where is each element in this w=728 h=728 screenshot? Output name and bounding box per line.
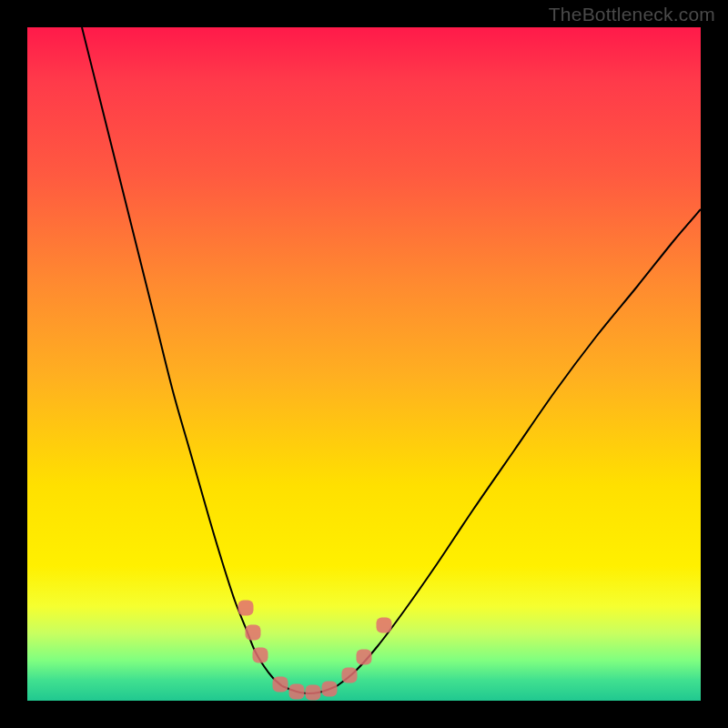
- marker-point: [342, 668, 358, 683]
- highlight-markers: [238, 601, 392, 701]
- marker-point: [322, 682, 338, 697]
- marker-point: [357, 650, 372, 665]
- right-curve: [337, 209, 701, 686]
- plot-area: [27, 27, 701, 701]
- marker-point: [253, 648, 268, 663]
- marker-point: [289, 684, 305, 700]
- curve-layer: [27, 27, 701, 701]
- marker-point: [377, 618, 392, 633]
- left-curve: [82, 27, 282, 686]
- marker-point: [306, 685, 321, 701]
- watermark-label: TheBottleneck.com: [549, 4, 715, 25]
- marker-point: [273, 677, 288, 693]
- marker-point: [246, 625, 261, 641]
- marker-point: [238, 601, 254, 616]
- chart-frame: TheBottleneck.com: [0, 0, 728, 728]
